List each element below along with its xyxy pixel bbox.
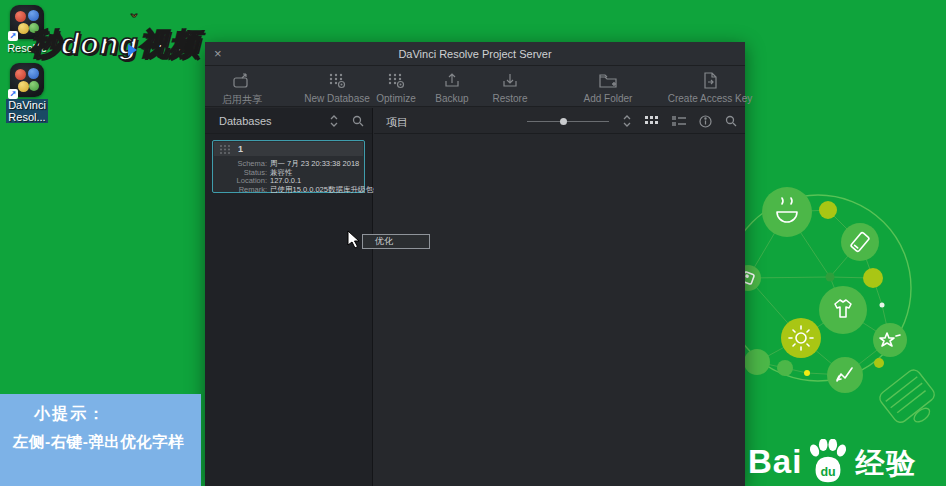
database-grid-icon <box>219 144 233 155</box>
desktop-icon-davinci-label[interactable]: DaVinci Resol... <box>0 99 54 123</box>
sort-icon[interactable] <box>329 115 339 127</box>
baidu-paw-icon: du <box>804 439 852 485</box>
resolve-logo-red-ball <box>15 69 26 80</box>
watermark-tick-accent: ˇ <box>131 12 137 32</box>
resolve-logo-blue-ball <box>28 68 39 79</box>
list-view-icon[interactable] <box>672 115 686 127</box>
window-titlebar[interactable]: × DaVinci Resolve Project Server <box>205 42 745 66</box>
database-card-header[interactable]: 1 <box>214 142 363 156</box>
databases-panel-header: Databases <box>205 108 372 134</box>
search-icon[interactable] <box>352 115 364 127</box>
grid-view-icon[interactable] <box>645 115 659 127</box>
enable-sharing-button[interactable]: 启用共享 <box>187 71 297 107</box>
shortcut-arrow-icon: ➚ <box>8 89 18 99</box>
baidu-jingyan-text: 经验 <box>855 444 917 482</box>
davinci-project-server-window: × DaVinci Resolve Project Server 启用共享 <box>205 42 745 486</box>
restore-button[interactable]: Restore <box>455 71 565 104</box>
database-details: Schema: 周一 7月 23 20:33:38 2018 Status: 兼… <box>215 160 362 194</box>
baidu-logo-text: Bai <box>748 442 802 482</box>
miaodong-video-watermark: 秒dong视频 <box>30 24 200 65</box>
resolve-logo-yellow-ball <box>18 81 29 92</box>
tip-instruction: 左侧-右键-弹出优化字样 <box>13 432 184 453</box>
toolbar: 启用共享 New Database <box>205 66 745 107</box>
database-card[interactable]: 1 Schema: 周一 7月 23 20:33:38 2018 Status:… <box>212 140 365 193</box>
resolve-logo-blue-ball <box>28 10 39 21</box>
databases-panel-title: Databases <box>219 115 272 127</box>
baidu-paw-du-text: du <box>821 465 836 479</box>
window-body: Databases <box>205 108 745 486</box>
resolve-logo-green-ball <box>29 81 39 91</box>
create-access-key-button[interactable]: Create Access Key <box>655 71 765 104</box>
projects-panel-title: 项目 <box>386 115 408 130</box>
desktop-background: ➚ Resolve ➚ DaVinci Resol... 秒dong视频 ˇ ×… <box>0 0 946 486</box>
databases-panel: Databases <box>205 108 373 486</box>
resolve-logo-yellow-ball <box>18 23 29 34</box>
restore-icon <box>499 71 521 91</box>
tip-box: 小提示： 左侧-右键-弹出优化字样 <box>0 394 201 486</box>
slider-thumb[interactable] <box>560 118 567 125</box>
mouse-cursor <box>347 230 361 250</box>
info-icon[interactable] <box>699 115 712 128</box>
desktop-icon-davinci-resolve[interactable]: ➚ <box>10 63 44 97</box>
projects-panel-header: 项目 <box>374 108 745 134</box>
shortcut-arrow-icon: ➚ <box>8 31 18 41</box>
add-folder-button[interactable]: Add Folder <box>553 71 663 104</box>
add-folder-icon <box>597 71 619 91</box>
window-title: DaVinci Resolve Project Server <box>205 48 745 60</box>
database-remark-row: Remark: 已使用15.0.0.025数据库升级包修补 <box>215 186 362 195</box>
resolve-logo-red-ball <box>15 11 26 22</box>
thumbnail-size-slider[interactable] <box>527 116 609 126</box>
sort-icon[interactable] <box>622 115 632 127</box>
access-key-icon <box>699 71 721 91</box>
database-name: 1 <box>238 144 243 154</box>
watermark-play-icon <box>128 44 137 56</box>
optimize-tooltip: 优化 <box>362 234 430 249</box>
projects-panel: 项目 <box>374 108 745 486</box>
share-icon <box>231 71 253 91</box>
search-icon[interactable] <box>725 115 737 127</box>
tip-title: 小提示： <box>34 404 106 425</box>
baidu-jingyan-logo: Bai du 经验 <box>748 436 917 482</box>
